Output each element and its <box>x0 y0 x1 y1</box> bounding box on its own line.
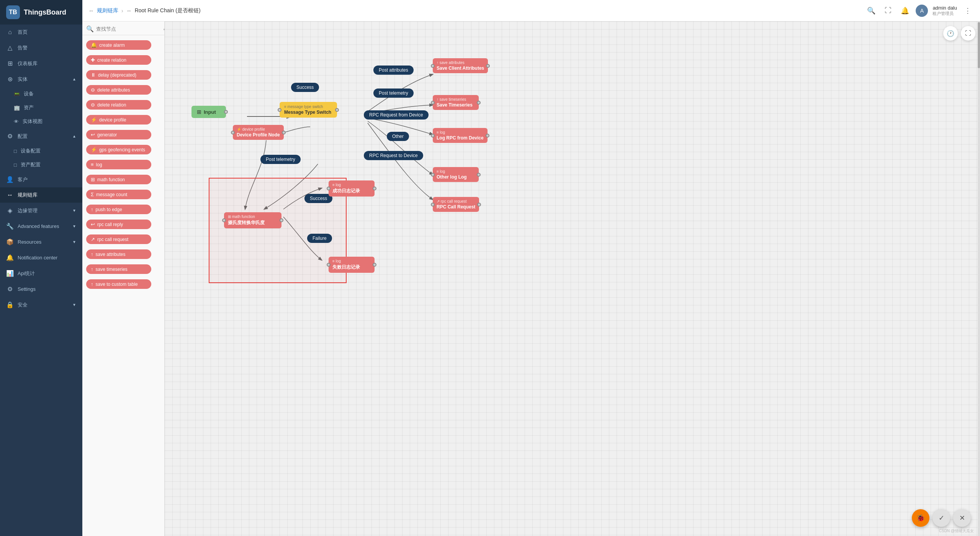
failure-label[interactable]: Failure <box>307 234 332 243</box>
sidebar-item-home[interactable]: ⌂ 首页 <box>0 25 82 40</box>
log-success-port-left[interactable] <box>327 187 330 190</box>
history-button[interactable]: 🕐 <box>943 26 958 41</box>
scrollbar-thumb[interactable] <box>978 22 980 68</box>
rpc-call-port-right[interactable] <box>477 203 481 207</box>
app-logo[interactable]: TB ThingsBoard <box>0 0 82 25</box>
save-timeseries-node[interactable]: ↑ save timeseries Save Timeseries <box>433 95 479 110</box>
node-chip-save-custom[interactable]: ↑ save to custom table <box>86 279 151 289</box>
post-telemetry-label[interactable]: Post telemetry <box>373 89 414 98</box>
math-func-port-right[interactable] <box>280 218 283 222</box>
sidebar-item-api[interactable]: 📊 Api统计 <box>0 266 82 281</box>
node-chip-create-alarm[interactable]: 🔔 create alarm <box>86 40 151 50</box>
rpc-call-port-left[interactable] <box>431 203 435 207</box>
save-attrs-port-right[interactable] <box>486 64 490 68</box>
device-profile-port-right[interactable] <box>282 131 286 134</box>
sidebar-item-asset[interactable]: 🏢 资产 <box>0 101 82 115</box>
cancel-fab[interactable]: ✕ <box>953 509 971 527</box>
node-chip-delete-relation[interactable]: ⊖ delete relation <box>86 100 151 110</box>
avatar[interactable]: A <box>916 5 928 17</box>
node-chip-save-attrs[interactable]: ↑ save attributes <box>86 249 151 259</box>
node-chip-device-profile[interactable]: ⚡ device profile <box>86 115 151 125</box>
sidebar-item-settings[interactable]: ⚙ Settings <box>0 281 82 297</box>
input-node[interactable]: ⊞ Input <box>191 106 226 118</box>
post-telemetry-bottom-label[interactable]: Post telemetry <box>260 155 301 164</box>
list-item[interactable]: ↗ rpc call request <box>82 232 164 247</box>
list-item[interactable]: ↑ save to custom table <box>82 277 164 292</box>
rpc-to-device-label[interactable]: RPC Request to Device <box>364 151 423 160</box>
node-chip-rpc-reply[interactable]: ↩ rpc call reply <box>86 220 151 229</box>
node-chip-delete-attrs[interactable]: ⊖ delete attributes <box>86 85 151 95</box>
sidebar-item-entity[interactable]: ⊛ 实体 ▲ <box>0 71 82 87</box>
sidebar-item-rule-chain[interactable]: ↔ 规则链库 <box>0 187 82 203</box>
user-info[interactable]: admin dalu 租户管理员 <box>933 5 957 16</box>
other-label[interactable]: Other <box>387 132 409 141</box>
sidebar-item-config[interactable]: ⚙ 配置 ▲ <box>0 128 82 144</box>
log-failure-port-right[interactable] <box>373 263 376 267</box>
sidebar-item-security[interactable]: 🔒 安全 ▼ <box>0 297 82 313</box>
sidebar-item-customer[interactable]: 👤 客户 <box>0 172 82 187</box>
notification-button[interactable]: 🔔 <box>899 5 911 17</box>
sidebar-item-notification[interactable]: 🔔 Notification center <box>0 250 82 266</box>
log-failure-port-left[interactable] <box>327 263 330 267</box>
more-button[interactable]: ⋮ <box>962 5 974 17</box>
list-item[interactable]: ↑ save timeseries <box>82 262 164 277</box>
list-item[interactable]: ↩ rpc call reply <box>82 217 164 232</box>
log-rpc-port-left[interactable] <box>431 134 435 138</box>
list-item[interactable]: ⚡ gps geofencing events <box>82 142 164 157</box>
list-item[interactable]: ⊞ math function <box>82 172 164 187</box>
device-profile-port-left[interactable] <box>231 131 235 134</box>
rpc-from-device-label[interactable]: RPC Request from Device <box>364 110 429 120</box>
sidebar-item-alarm[interactable]: △ 告警 <box>0 40 82 56</box>
log-success-port-right[interactable] <box>373 187 376 190</box>
rule-chain-canvas[interactable]: ⊞ Input ≡ message type switch Message Ty… <box>165 21 980 536</box>
fullscreen-button[interactable]: ⛶ <box>882 5 894 17</box>
sidebar-item-entity-view[interactable]: 👁 实体视图 <box>0 115 82 128</box>
list-item[interactable]: ⊖ delete attributes <box>82 82 164 97</box>
list-item[interactable]: 🔔 create alarm <box>82 38 164 52</box>
save-ts-port-left[interactable] <box>431 101 435 105</box>
math-function-node[interactable]: ⊞ math function 摄氏度转换华氏度 <box>224 212 281 228</box>
success-label-top[interactable]: Success <box>291 83 319 92</box>
msg-switch-port-right[interactable] <box>335 108 339 112</box>
list-item[interactable]: ↑ save attributes <box>82 247 164 262</box>
device-profile-node[interactable]: ⚡ device profile Device Profile Node <box>233 125 284 140</box>
node-chip-delay[interactable]: ⏸ delay (deprecated) <box>86 70 151 80</box>
save-attributes-node[interactable]: ↑ save attributes Save Client Attributes <box>433 58 488 73</box>
msg-type-switch-node[interactable]: ≡ message type switch Message Type Switc… <box>280 102 337 118</box>
list-item[interactable]: ↑ push to edge <box>82 202 164 217</box>
list-item[interactable]: ⚡ device profile <box>82 112 164 127</box>
node-chip-gps[interactable]: ⚡ gps geofencing events <box>86 145 151 154</box>
list-item[interactable]: ⏸ delay (deprecated) <box>82 67 164 82</box>
log-other-node[interactable]: ≡ log Other log Log <box>433 167 479 182</box>
node-chip-math[interactable]: ⊞ math function <box>86 175 151 184</box>
breadcrumb-rule-chains-link[interactable]: 规则链库 <box>97 7 118 14</box>
list-item[interactable]: ⊖ delete relation <box>82 97 164 112</box>
list-item[interactable]: ↩ generator <box>82 127 164 142</box>
node-chip-log[interactable]: ≡ log <box>86 160 151 169</box>
node-chip-generator[interactable]: ↩ generator <box>86 130 151 139</box>
sidebar-item-advanced[interactable]: 🔧 Advanced features ▼ <box>0 218 82 234</box>
node-chip-rpc-request[interactable]: ↗ rpc call request <box>86 234 151 244</box>
canvas-scrollbar[interactable] <box>978 21 980 536</box>
sidebar-item-dashboard[interactable]: ⊞ 仪表板库 <box>0 56 82 71</box>
log-rpc-port-right[interactable] <box>486 134 489 138</box>
post-attributes-label[interactable]: Post attributes <box>373 66 414 75</box>
confirm-fab[interactable]: ✓ <box>933 509 950 527</box>
fullscreen-canvas-button[interactable]: ⛶ <box>961 26 975 41</box>
input-port-right[interactable] <box>224 110 228 114</box>
search-button[interactable]: 🔍 <box>865 5 877 17</box>
save-attrs-port-left[interactable] <box>431 64 435 68</box>
sidebar-item-asset-config[interactable]: □ 资产配置 <box>0 158 82 172</box>
add-node-fab[interactable]: 🐞 <box>912 509 929 527</box>
sidebar-item-device-config[interactable]: □ 设备配置 <box>0 144 82 158</box>
sidebar-item-device[interactable]: 📟 设备 <box>0 87 82 101</box>
math-func-port-left[interactable] <box>222 218 226 222</box>
list-item[interactable]: ✚ create relation <box>82 52 164 67</box>
log-other-port-left[interactable] <box>431 173 435 177</box>
save-ts-port-right[interactable] <box>477 101 481 105</box>
node-chip-create-relation[interactable]: ✚ create relation <box>86 55 151 65</box>
node-chip-message-count[interactable]: Σ message count <box>86 190 151 199</box>
log-other-port-right[interactable] <box>477 173 481 177</box>
list-item[interactable]: Σ message count <box>82 187 164 202</box>
sidebar-item-edge[interactable]: ◈ 边缘管理 ▼ <box>0 203 82 218</box>
